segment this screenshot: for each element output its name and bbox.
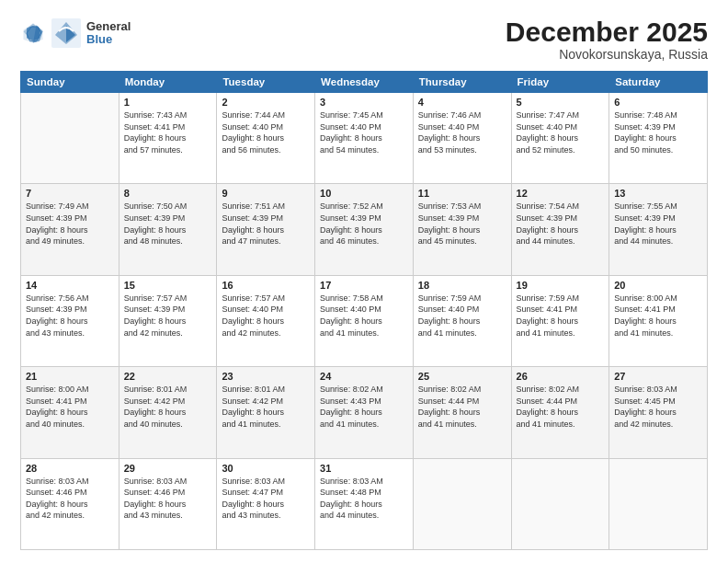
cell-content: Sunrise: 8:03 AM Sunset: 4:46 PM Dayligh… xyxy=(124,476,212,522)
day-number: 2 xyxy=(222,97,310,108)
cell-content: Sunrise: 7:45 AM Sunset: 4:40 PM Dayligh… xyxy=(320,109,408,155)
cell-content: Sunrise: 7:57 AM Sunset: 4:39 PM Dayligh… xyxy=(124,293,212,339)
table-row: 20Sunrise: 8:00 AM Sunset: 4:41 PM Dayli… xyxy=(609,275,708,366)
day-number: 24 xyxy=(320,371,408,382)
cell-content: Sunrise: 8:02 AM Sunset: 4:44 PM Dayligh… xyxy=(517,384,605,430)
logo: General Blue xyxy=(20,17,131,50)
cell-content: Sunrise: 7:51 AM Sunset: 4:39 PM Dayligh… xyxy=(222,201,310,247)
day-number: 25 xyxy=(418,371,506,382)
day-number: 19 xyxy=(517,280,605,291)
cell-content: Sunrise: 7:48 AM Sunset: 4:39 PM Dayligh… xyxy=(614,109,702,155)
cell-content: Sunrise: 8:00 AM Sunset: 4:41 PM Dayligh… xyxy=(26,384,114,430)
logo-icon xyxy=(20,20,46,46)
table-row: 13Sunrise: 7:55 AM Sunset: 4:39 PM Dayli… xyxy=(609,184,708,275)
col-wednesday: Wednesday xyxy=(315,72,414,93)
day-number: 10 xyxy=(320,188,408,199)
col-saturday: Saturday xyxy=(609,72,708,93)
table-row: 23Sunrise: 8:01 AM Sunset: 4:42 PM Dayli… xyxy=(217,367,315,458)
table-row: 17Sunrise: 7:58 AM Sunset: 4:40 PM Dayli… xyxy=(315,275,414,366)
header-row: Sunday Monday Tuesday Wednesday Thursday… xyxy=(21,72,708,93)
cell-content: Sunrise: 8:03 AM Sunset: 4:45 PM Dayligh… xyxy=(614,384,702,430)
header: General Blue December 2025 Novokorsunska… xyxy=(20,17,708,62)
cell-content: Sunrise: 7:44 AM Sunset: 4:40 PM Dayligh… xyxy=(222,109,310,155)
day-number: 28 xyxy=(26,463,114,474)
table-row: 31Sunrise: 8:03 AM Sunset: 4:48 PM Dayli… xyxy=(315,458,414,549)
table-row: 16Sunrise: 7:57 AM Sunset: 4:40 PM Dayli… xyxy=(217,275,315,366)
day-number: 15 xyxy=(124,280,212,291)
day-number: 14 xyxy=(26,280,114,291)
day-number: 31 xyxy=(320,463,408,474)
table-row: 9Sunrise: 7:51 AM Sunset: 4:39 PM Daylig… xyxy=(217,184,315,275)
logo-blue-text: Blue xyxy=(86,33,131,46)
cell-content: Sunrise: 7:54 AM Sunset: 4:39 PM Dayligh… xyxy=(517,201,605,247)
table-row: 2Sunrise: 7:44 AM Sunset: 4:40 PM Daylig… xyxy=(217,93,315,184)
title-block: December 2025 Novokorsunskaya, Russia xyxy=(506,17,708,62)
table-row: 22Sunrise: 8:01 AM Sunset: 4:42 PM Dayli… xyxy=(119,367,217,458)
table-row: 12Sunrise: 7:54 AM Sunset: 4:39 PM Dayli… xyxy=(511,184,609,275)
day-number: 9 xyxy=(222,188,310,199)
col-monday: Monday xyxy=(119,72,217,93)
cell-content: Sunrise: 8:01 AM Sunset: 4:42 PM Dayligh… xyxy=(124,384,212,430)
cell-content: Sunrise: 8:03 AM Sunset: 4:46 PM Dayligh… xyxy=(26,476,114,522)
day-number: 3 xyxy=(320,97,408,108)
table-row: 27Sunrise: 8:03 AM Sunset: 4:45 PM Dayli… xyxy=(609,367,708,458)
cell-content: Sunrise: 8:01 AM Sunset: 4:42 PM Dayligh… xyxy=(222,384,310,430)
day-number: 7 xyxy=(26,188,114,199)
table-row: 21Sunrise: 8:00 AM Sunset: 4:41 PM Dayli… xyxy=(21,367,119,458)
table-row: 7Sunrise: 7:49 AM Sunset: 4:39 PM Daylig… xyxy=(21,184,119,275)
day-number: 26 xyxy=(517,371,605,382)
cell-content: Sunrise: 7:49 AM Sunset: 4:39 PM Dayligh… xyxy=(26,201,114,247)
table-row: 18Sunrise: 7:59 AM Sunset: 4:40 PM Dayli… xyxy=(413,275,511,366)
table-row: 24Sunrise: 8:02 AM Sunset: 4:43 PM Dayli… xyxy=(315,367,414,458)
table-row: 1Sunrise: 7:43 AM Sunset: 4:41 PM Daylig… xyxy=(119,93,217,184)
cell-content: Sunrise: 7:46 AM Sunset: 4:40 PM Dayligh… xyxy=(418,109,506,155)
day-number: 30 xyxy=(222,463,310,474)
cell-content: Sunrise: 7:47 AM Sunset: 4:40 PM Dayligh… xyxy=(517,109,605,155)
cell-content: Sunrise: 7:59 AM Sunset: 4:40 PM Dayligh… xyxy=(418,293,506,339)
cell-content: Sunrise: 7:57 AM Sunset: 4:40 PM Dayligh… xyxy=(222,293,310,339)
day-number: 5 xyxy=(517,97,605,108)
table-row: 15Sunrise: 7:57 AM Sunset: 4:39 PM Dayli… xyxy=(119,275,217,366)
col-friday: Friday xyxy=(511,72,609,93)
table-row: 30Sunrise: 8:03 AM Sunset: 4:47 PM Dayli… xyxy=(217,458,315,549)
page: General Blue December 2025 Novokorsunska… xyxy=(0,0,728,563)
table-row: 5Sunrise: 7:47 AM Sunset: 4:40 PM Daylig… xyxy=(511,93,609,184)
month-title: December 2025 xyxy=(506,17,708,47)
logo-text: General Blue xyxy=(86,20,131,47)
day-number: 1 xyxy=(124,97,212,108)
table-row xyxy=(511,458,609,549)
col-thursday: Thursday xyxy=(413,72,511,93)
table-row xyxy=(21,93,119,184)
cell-content: Sunrise: 7:56 AM Sunset: 4:39 PM Dayligh… xyxy=(26,293,114,339)
table-row: 19Sunrise: 7:59 AM Sunset: 4:41 PM Dayli… xyxy=(511,275,609,366)
cell-content: Sunrise: 7:52 AM Sunset: 4:39 PM Dayligh… xyxy=(320,201,408,247)
table-row: 11Sunrise: 7:53 AM Sunset: 4:39 PM Dayli… xyxy=(413,184,511,275)
cell-content: Sunrise: 8:03 AM Sunset: 4:47 PM Dayligh… xyxy=(222,476,310,522)
day-number: 20 xyxy=(614,280,702,291)
table-row xyxy=(413,458,511,549)
table-row: 25Sunrise: 8:02 AM Sunset: 4:44 PM Dayli… xyxy=(413,367,511,458)
day-number: 16 xyxy=(222,280,310,291)
day-number: 21 xyxy=(26,371,114,382)
day-number: 18 xyxy=(418,280,506,291)
calendar-table: Sunday Monday Tuesday Wednesday Thursday… xyxy=(20,71,708,550)
location: Novokorsunskaya, Russia xyxy=(506,47,708,62)
table-row: 6Sunrise: 7:48 AM Sunset: 4:39 PM Daylig… xyxy=(609,93,708,184)
table-row: 26Sunrise: 8:02 AM Sunset: 4:44 PM Dayli… xyxy=(511,367,609,458)
day-number: 6 xyxy=(614,97,702,108)
cell-content: Sunrise: 8:00 AM Sunset: 4:41 PM Dayligh… xyxy=(614,293,702,339)
day-number: 13 xyxy=(614,188,702,199)
cell-content: Sunrise: 7:58 AM Sunset: 4:40 PM Dayligh… xyxy=(320,293,408,339)
logo-general-text: General xyxy=(86,20,131,33)
col-tuesday: Tuesday xyxy=(217,72,315,93)
day-number: 29 xyxy=(124,463,212,474)
table-row: 28Sunrise: 8:03 AM Sunset: 4:46 PM Dayli… xyxy=(21,458,119,549)
day-number: 27 xyxy=(614,371,702,382)
cell-content: Sunrise: 8:02 AM Sunset: 4:44 PM Dayligh… xyxy=(418,384,506,430)
cell-content: Sunrise: 7:55 AM Sunset: 4:39 PM Dayligh… xyxy=(614,201,702,247)
day-number: 11 xyxy=(418,188,506,199)
table-row: 10Sunrise: 7:52 AM Sunset: 4:39 PM Dayli… xyxy=(315,184,414,275)
cell-content: Sunrise: 7:43 AM Sunset: 4:41 PM Dayligh… xyxy=(124,109,212,155)
cell-content: Sunrise: 7:59 AM Sunset: 4:41 PM Dayligh… xyxy=(517,293,605,339)
cell-content: Sunrise: 8:03 AM Sunset: 4:48 PM Dayligh… xyxy=(320,476,408,522)
